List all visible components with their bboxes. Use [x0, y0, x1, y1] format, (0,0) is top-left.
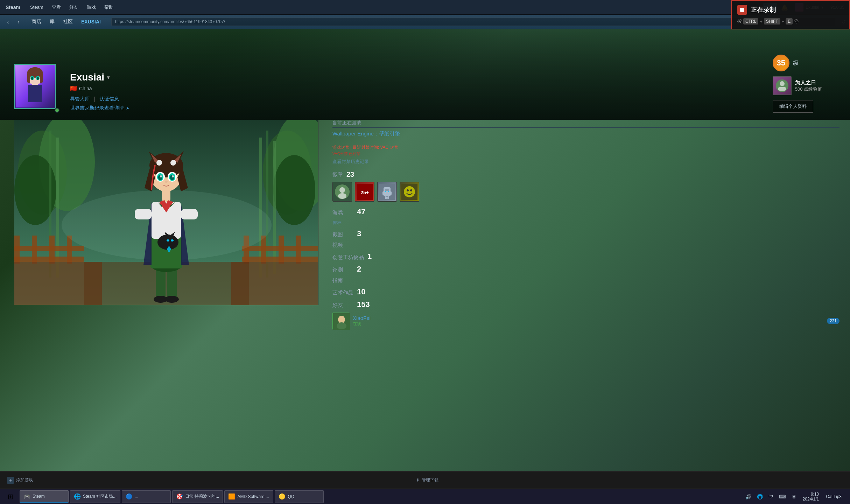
svg-rect-29	[49, 236, 55, 264]
friends-row: 好友 153	[332, 300, 840, 309]
badge-silver[interactable]	[377, 182, 397, 202]
recording-overlay: 正在录制 按 CTRL + SHIFT + E 停	[731, 0, 850, 29]
games-section: 游戏 47 库存	[332, 207, 840, 226]
guinness-link[interactable]: 世界吉尼斯纪录查看详情	[70, 105, 124, 111]
taskbar-app-qq[interactable]: 🟡 QQ	[275, 490, 324, 503]
add-game-label: 添加游戏	[16, 477, 33, 483]
nav-forward-btn[interactable]: ›	[15, 17, 22, 27]
shortcut-plus2: +	[782, 19, 785, 24]
recording-shortcut: 按 CTRL + SHIFT + E 停	[737, 18, 844, 24]
current-game[interactable]: Wallpaper Engine：壁纸引擎	[332, 131, 400, 136]
taskbar-app-steam[interactable]: 🎮 Steam	[20, 490, 69, 503]
svg-rect-2	[28, 85, 42, 102]
badge-avatar[interactable]	[332, 182, 352, 202]
win-start-btn[interactable]: ⊞	[3, 490, 18, 503]
badge-25[interactable]: 25+	[355, 182, 374, 202]
steam-logo-text: Steam	[6, 5, 20, 10]
ban-history-link[interactable]: 查看封禁历史记录	[332, 159, 840, 165]
library-link[interactable]: 库存	[332, 220, 342, 226]
taskbar-app-misc[interactable]: 🔵 ...	[122, 490, 171, 503]
badge-smiley[interactable]	[400, 182, 419, 202]
svg-point-65	[170, 175, 174, 180]
taskbar-app-game[interactable]: 🎯 日常·特莉波卡的...	[172, 490, 223, 503]
friends-count: 153	[357, 300, 370, 309]
achievement-xp: 500 点经验值	[795, 86, 822, 92]
network-icon[interactable]: 🌐	[755, 492, 765, 501]
friends-section: 好友 153 XiaoFei 在线 231	[332, 300, 840, 329]
win-user-right: CaLLip3	[823, 494, 844, 499]
svg-point-66	[160, 175, 162, 177]
nav-link-library[interactable]: 库	[46, 17, 58, 26]
community-app-icon: 🌐	[74, 493, 81, 500]
manage-downloads-btn[interactable]: ⬇ 管理下载	[413, 476, 441, 484]
manage-label: 管理下载	[422, 477, 438, 483]
win-clock[interactable]: 9:10 2024/1/1	[800, 492, 822, 502]
profile-avatar-container	[14, 64, 59, 113]
profile-name: Exusiai ▾	[70, 72, 773, 83]
taskbar-right-area: 🔊 🌐 🛡 ⌨ 🖥 9:10 2024/1/1 CaLLip3	[743, 492, 847, 502]
amd-app-icon: 🟧	[228, 493, 235, 500]
edit-profile-btn[interactable]: 编辑个人资料	[773, 100, 813, 113]
url-bar[interactable]	[111, 18, 836, 26]
taskbar-app-amd[interactable]: 🟧 AMD Software:...	[224, 490, 273, 503]
nav-link-store[interactable]: 商店	[28, 17, 45, 26]
add-game-btn[interactable]: + 添加游戏	[4, 475, 36, 485]
profile-name-text: Exusiai	[70, 72, 104, 83]
svg-rect-37	[296, 236, 301, 264]
svg-point-88	[338, 316, 345, 323]
tag-guide-master[interactable]: 导管大师	[70, 96, 90, 102]
avatar-svg	[16, 65, 54, 107]
svg-point-9	[37, 77, 39, 80]
shortcut-ctrl: CTRL	[743, 18, 758, 24]
currently-playing-section: 当前正在游戏 Wallpaper Engine：壁纸引擎	[332, 120, 840, 137]
main-content: Exusiai ▾ 🇨🇳 China 导管大师 | 认证信息 世界吉尼斯纪录查看…	[0, 29, 850, 486]
profile-dropdown[interactable]: ▾	[107, 75, 110, 80]
qq-app-icon: 🟡	[279, 493, 286, 500]
shortcut-e: E	[786, 18, 793, 24]
videos-section: 视频	[332, 242, 840, 248]
ban-info-section: 游戏封禁 | 最近封禁时间: VAC 封禁 VAC封禁 已封禁 查看封禁历史记录	[332, 144, 840, 165]
svg-point-84	[404, 186, 415, 197]
menu-item-games[interactable]: 游戏	[83, 0, 100, 14]
profile-avatar	[14, 64, 56, 109]
svg-rect-4	[27, 72, 30, 83]
menu-item-help[interactable]: 帮助	[100, 0, 118, 14]
currently-playing-title: 当前正在游戏	[332, 120, 840, 128]
nav-link-profile[interactable]: EXUSIAI	[78, 18, 104, 26]
svg-rect-49	[181, 209, 198, 219]
clock-date: 2024/1/1	[803, 497, 819, 502]
guinness-row: 世界吉尼斯纪录查看详情 ➤	[70, 105, 773, 111]
svg-point-82	[388, 191, 389, 192]
download-icon: ⬇	[416, 478, 420, 483]
monitor-icon[interactable]: 🖥	[789, 492, 799, 501]
menu-item-steam[interactable]: Steam	[26, 0, 48, 14]
showcase-frame	[14, 120, 318, 305]
level-badge: 35	[773, 55, 789, 71]
game-app-label: 日常·特莉波卡的...	[185, 493, 219, 499]
friend-name[interactable]: XiaoFei	[353, 315, 371, 321]
profile-right-section: 35 级 为人之日 500 点经验值 编辑个人资料	[773, 55, 822, 113]
nav-back-btn[interactable]: ‹	[4, 17, 12, 27]
tag-verified[interactable]: 认证信息	[99, 96, 119, 102]
artwork-section: 艺术作品 10	[332, 287, 840, 296]
ban-text-2: VAC封禁 已封禁	[332, 151, 840, 157]
svg-rect-48	[135, 209, 152, 219]
reviews-count: 2	[357, 265, 361, 274]
menu-item-friends[interactable]: 好友	[65, 0, 83, 14]
menu-item-view[interactable]: 查看	[48, 0, 65, 14]
shortcut-prefix: 按	[737, 18, 742, 24]
svg-point-19	[273, 155, 315, 225]
keyboard-icon[interactable]: ⌨	[777, 492, 788, 501]
volume-icon[interactable]: 🔊	[743, 492, 753, 501]
taskbar-center: ⬇ 管理下载	[413, 476, 441, 484]
artwork-row: 艺术作品 10	[332, 287, 840, 296]
nav-link-community[interactable]: 社区	[59, 17, 76, 26]
screenshots-section: 截图 3	[332, 229, 840, 238]
reviews-section: 评测 2	[332, 265, 840, 274]
recording-dot	[737, 5, 747, 15]
steam-app-label: Steam	[33, 494, 45, 499]
shield-sys-icon[interactable]: 🛡	[766, 492, 775, 501]
taskbar-app-community[interactable]: 🌐 Steam 社区市场...	[70, 490, 120, 503]
steam-taskbar: + 添加游戏 ⬇ 管理下载	[0, 471, 850, 489]
recording-header: 正在录制	[737, 5, 844, 15]
